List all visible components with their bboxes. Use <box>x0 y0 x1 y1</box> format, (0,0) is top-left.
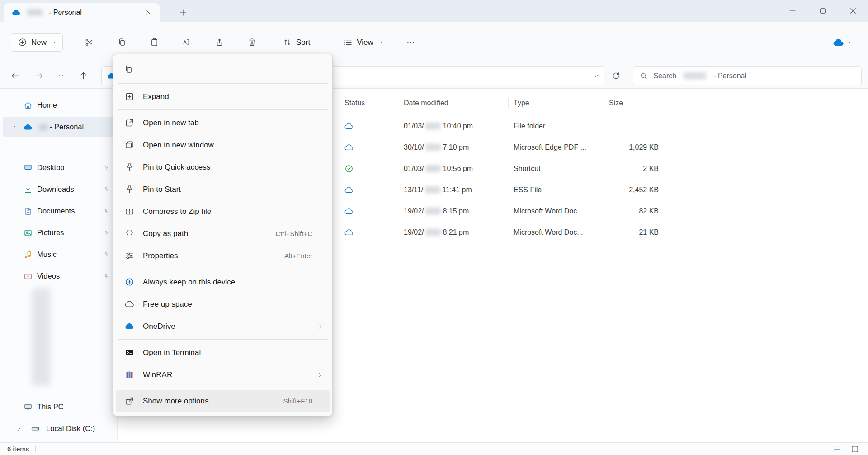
column-header-size[interactable]: Size <box>609 94 623 112</box>
sidebar-item-this-pc[interactable]: This PC <box>3 397 114 417</box>
chevron-down-icon[interactable] <box>12 404 17 410</box>
menu-item-onedrive[interactable]: OneDrive <box>116 315 330 337</box>
delete-button[interactable] <box>243 33 261 52</box>
chevron-right-icon[interactable] <box>12 124 17 130</box>
refresh-button[interactable] <box>607 67 624 85</box>
menu-item-label: Expand <box>143 92 169 101</box>
chevron-down-icon <box>848 40 854 45</box>
new-button-label: New <box>31 38 47 47</box>
date-modified-cell: 19/02/8:15 pm <box>404 200 510 222</box>
column-header-type[interactable]: Type <box>514 94 529 112</box>
menu-separator <box>118 109 328 110</box>
forward-icon <box>34 71 44 81</box>
explorer-tab[interactable]: - Personal <box>4 3 160 22</box>
date-modified-cell: 30/10/7:10 pm <box>404 137 510 158</box>
pin-icon <box>125 185 134 194</box>
details-view-button[interactable] <box>831 444 843 454</box>
menu-item-open-in-new-tab[interactable]: Open in new tab <box>116 112 330 134</box>
close-button[interactable] <box>843 0 863 22</box>
copy-button[interactable] <box>120 61 137 77</box>
sidebar-item-label: - Personal <box>37 123 84 131</box>
rename-icon <box>182 38 192 47</box>
menu-item-open-in-new-window[interactable]: Open in new window <box>116 134 330 156</box>
status-cloud-icon <box>344 115 390 137</box>
sidebar-item-local-disk-c[interactable]: Local Disk (C:) <box>3 418 114 439</box>
menu-item-properties[interactable]: Properties Alt+Enter <box>116 245 330 267</box>
desktop-icon <box>24 163 33 172</box>
cut-button[interactable] <box>80 33 98 52</box>
column-header-date-modified[interactable]: Date modified <box>404 94 448 112</box>
redacted-year <box>425 165 441 172</box>
column-header-status[interactable]: Status <box>344 94 365 112</box>
menu-item-expand[interactable]: Expand <box>116 85 330 108</box>
winrar-icon <box>125 370 134 379</box>
chevron-right-icon[interactable] <box>16 426 22 431</box>
free-up-space-icon <box>125 299 134 309</box>
status-cloud-icon <box>344 222 390 243</box>
sidebar-item-label: Local Disk (C:) <box>46 424 95 433</box>
size-cell: 82 KB <box>585 200 659 222</box>
date-modified-cell: 01/03/10:40 pm <box>404 115 510 137</box>
sidebar-item-home[interactable]: Home <box>3 95 114 115</box>
sidebar-item-videos[interactable]: Videos <box>3 266 114 286</box>
menu-item-label: Open in new window <box>143 141 214 150</box>
sidebar-item-label: Pictures <box>37 228 64 237</box>
onedrive-icon <box>125 322 134 331</box>
window-controls <box>773 0 863 22</box>
menu-item-winrar[interactable]: WinRAR <box>116 364 330 386</box>
thumbnails-view-button[interactable] <box>849 444 861 454</box>
properties-icon <box>125 251 134 261</box>
recent-locations-button[interactable] <box>54 67 68 85</box>
copy-button[interactable] <box>113 33 131 52</box>
menu-item-shortcut: Shift+F10 <box>283 397 312 405</box>
terminal-icon <box>125 348 134 357</box>
view-button[interactable]: View <box>338 33 388 52</box>
more-options-button[interactable] <box>402 33 420 52</box>
menu-item-free-up-space[interactable]: Free up space <box>116 293 330 315</box>
minimize-button[interactable] <box>782 0 803 22</box>
redacted-year <box>425 229 441 236</box>
new-button[interactable]: New <box>11 33 63 52</box>
search-input[interactable]: Search - Personal <box>633 66 862 85</box>
new-tab-button[interactable] <box>175 5 191 20</box>
menu-item-compress-to-zip[interactable]: Compress to Zip file <box>116 200 330 223</box>
cut-icon <box>85 38 94 47</box>
sidebar-item-music[interactable]: Music <box>3 244 114 265</box>
column-divider <box>400 98 400 108</box>
sidebar-item-downloads[interactable]: Downloads <box>3 179 114 199</box>
back-button[interactable] <box>6 67 24 85</box>
sort-button[interactable]: Sort <box>277 33 325 52</box>
paste-button[interactable] <box>145 33 163 52</box>
items-count: 6 items <box>7 445 29 453</box>
search-placeholder-suffix: - Personal <box>713 72 746 80</box>
sidebar-separator <box>4 147 113 147</box>
menu-item-label: Free up space <box>143 300 192 309</box>
menu-item-show-more-options[interactable]: Show more options Shift+F10 <box>116 390 330 412</box>
sidebar-item-label: This PC <box>37 403 64 411</box>
menu-item-shortcut: Ctrl+Shift+C <box>275 230 312 237</box>
menu-item-label: OneDrive <box>143 322 175 331</box>
menu-item-open-in-terminal[interactable]: Open in Terminal <box>116 341 330 364</box>
onedrive-status-button[interactable] <box>828 33 858 52</box>
sidebar-item-pictures[interactable]: Pictures <box>3 223 114 243</box>
sidebar-item-documents[interactable]: Documents <box>3 201 114 221</box>
documents-icon <box>24 207 33 216</box>
menu-item-always-keep-on-device[interactable]: Always keep on this device <box>116 271 330 293</box>
menu-item-copy-as-path[interactable]: Copy as path Ctrl+Shift+C <box>116 223 330 245</box>
menu-item-label: Pin to Quick access <box>143 163 210 172</box>
sidebar-item-onedrive-personal[interactable]: - Personal <box>3 117 114 137</box>
pictures-icon <box>24 228 33 237</box>
menu-item-pin-to-start[interactable]: Pin to Start <box>116 178 330 200</box>
share-button[interactable] <box>210 33 228 52</box>
up-button[interactable] <box>75 67 92 85</box>
close-tab-button[interactable] <box>142 6 155 19</box>
address-dropdown-button[interactable] <box>593 73 599 79</box>
maximize-button[interactable] <box>812 0 833 22</box>
rename-button[interactable] <box>178 33 196 52</box>
redacted-account-name <box>684 72 706 79</box>
sidebar-item-desktop[interactable]: Desktop <box>3 157 114 178</box>
paste-icon <box>150 38 159 47</box>
menu-item-pin-to-quick-access[interactable]: Pin to Quick access <box>116 156 330 178</box>
forward-button[interactable] <box>30 67 47 85</box>
navigation-pane: Home - Personal Desktop Downloads D <box>0 89 118 442</box>
